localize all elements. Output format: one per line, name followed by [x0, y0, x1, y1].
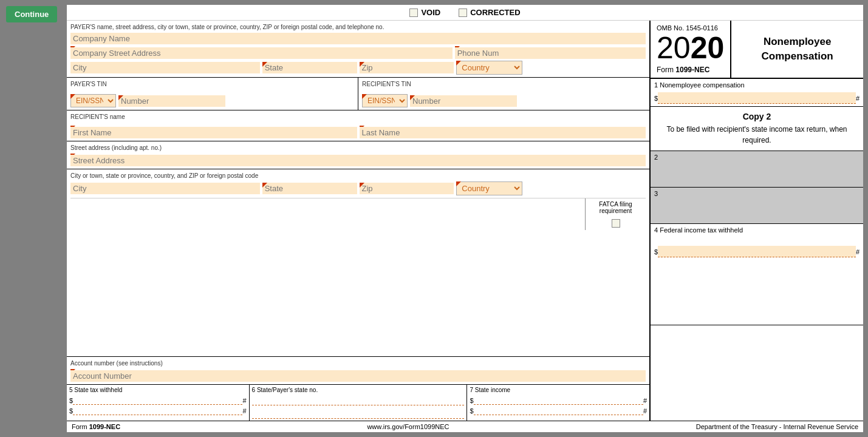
nonemployee-title: NonemployeeCompensation: [731, 21, 863, 78]
payer-section: PAYER'S name, street address, city or to…: [67, 21, 649, 78]
fatca-label: FATCA filing requirement: [589, 201, 642, 214]
footer-form-num-bold: 1099-NEC: [89, 423, 120, 430]
year-bold: 20: [691, 31, 725, 65]
footer-form-label: Form: [72, 423, 87, 430]
form-label: Form: [657, 66, 674, 74]
form-footer: Form 1099-NEC www.irs.gov/Form1099NEC De…: [67, 421, 863, 432]
copy2-description: To be filed with recipient's state incom…: [660, 124, 853, 146]
recipient-number-flag: [410, 95, 415, 100]
box7-label: 7 State income: [470, 387, 647, 393]
form-header: OMB No. 1545-0116 2020 Form 1099-NEC Non…: [651, 21, 863, 79]
recipient-ein-flag: [362, 94, 367, 99]
account-label: Account number (see instructions): [70, 359, 646, 367]
box4-number: 4: [654, 226, 658, 234]
payer-city-input[interactable]: [70, 62, 260, 73]
copy2-title: Copy 2: [660, 112, 853, 121]
corrected-checkbox[interactable]: [459, 8, 467, 17]
box1-section: 1 Nonemployee compensation $ #: [651, 79, 863, 107]
payer-zip-flag: [360, 62, 364, 67]
copy2-section: Copy 2 To be filed with recipient's stat…: [651, 107, 863, 151]
box2-section: 2: [651, 151, 863, 188]
payer-ein-select[interactable]: EIN/SSN EIN SSN: [70, 94, 116, 107]
account-number-input[interactable]: [70, 370, 646, 382]
box1-amount-input[interactable]: [658, 92, 856, 104]
box5-hash2: #: [242, 407, 246, 415]
box4-label: 4 Federal income tax withheld: [654, 226, 859, 234]
box5-label: 5 State tax withheld: [69, 387, 247, 393]
box7-hash: #: [643, 397, 647, 404]
first-name-input[interactable]: [70, 127, 357, 138]
box4-amount-input[interactable]: [658, 246, 856, 257]
year-display: 2020: [657, 33, 724, 63]
payer-state-flag: [262, 62, 267, 67]
corrected-label: CORRECTED: [470, 8, 520, 17]
footer-form-number: Form 1099-NEC: [72, 423, 120, 430]
recipient-state-input[interactable]: [262, 183, 357, 194]
continue-button[interactable]: Continue: [6, 6, 57, 22]
recipient-state-flag: [262, 183, 267, 188]
box7-amount-input[interactable]: [474, 396, 643, 405]
box6-label: 6 State/Payer's state no.: [252, 387, 465, 393]
last-name-input[interactable]: [360, 127, 646, 138]
omb-year-area: OMB No. 1545-0116 2020 Form 1099-NEC: [651, 21, 731, 78]
box5-section: 5 State tax withheld $ # $ #: [67, 385, 250, 421]
recipient-tin-section: RECIPIENT'S TIN EIN/SSN EIN SSN: [358, 78, 649, 110]
street-address-section: Street address (including apt. no.): [67, 141, 649, 169]
payer-tin-section: PAYER'S TIN EIN/SSN EIN SSN: [67, 78, 358, 110]
box1-text: Nonemployee compensation: [660, 81, 744, 89]
box4-text: Federal income tax withheld: [660, 226, 743, 234]
box2-number: 2: [654, 154, 859, 161]
phone-input[interactable]: [455, 47, 646, 59]
void-checkbox[interactable]: [409, 8, 418, 17]
payer-section-label: PAYER'S name, street address, city or to…: [70, 23, 646, 31]
recipient-number-input[interactable]: [410, 95, 517, 107]
payer-ein-flag: [70, 94, 75, 99]
void-label: VOID: [421, 8, 440, 17]
payer-zip-input[interactable]: [360, 62, 454, 73]
payer-number-input[interactable]: [118, 95, 225, 107]
top-bar: VOID CORRECTED: [67, 5, 863, 21]
payer-number-flag: [118, 95, 123, 100]
fatca-section: FATCA filing requirement: [585, 198, 646, 230]
company-name-input[interactable]: [70, 33, 646, 44]
box1-hash: #: [856, 95, 859, 102]
box7-section: 7 State income $ # $ #: [467, 385, 649, 421]
recipient-name-section: RECIPIENT'S name: [67, 110, 649, 141]
footer-website: www.irs.gov/Form1099NEC: [367, 423, 449, 430]
company-street-input[interactable]: [70, 47, 453, 59]
recipient-country-select[interactable]: Country United States Canada Mexico Othe…: [456, 181, 522, 195]
box7-hash2: #: [643, 407, 647, 415]
account-section: Account number (see instructions): [67, 357, 649, 385]
recipient-name-label: RECIPIENT'S name: [70, 113, 646, 121]
payer-country-flag: [456, 61, 461, 66]
box7-amount2-input[interactable]: [474, 406, 643, 415]
form-number-bold: 1099-NEC: [675, 66, 709, 74]
recipient-city-label: City or town, state or province, country…: [70, 172, 646, 180]
street-address-label: Street address (including apt. no.): [70, 144, 646, 152]
box3-number: 3: [654, 190, 859, 197]
tin-section: PAYER'S TIN EIN/SSN EIN SSN: [67, 78, 649, 110]
street-address-input[interactable]: [70, 155, 646, 166]
payer-country-select[interactable]: Country United States Canada Mexico Othe…: [456, 61, 522, 75]
footer-department: Department of the Treasury - Internal Re…: [696, 423, 858, 430]
box1-number: 1: [654, 81, 658, 89]
box5-hash: #: [242, 397, 246, 404]
right-spacer: [651, 325, 863, 421]
fatca-checkbox[interactable]: [612, 219, 620, 228]
box6-section: 6 State/Payer's state no.: [250, 385, 468, 421]
fatca-empty-area: [70, 198, 585, 230]
recipient-zip-flag: [360, 183, 364, 188]
recipient-ein-select[interactable]: EIN/SSN EIN SSN: [362, 94, 408, 107]
box5-amount-input[interactable]: [73, 396, 242, 405]
recipient-zip-input[interactable]: [360, 183, 454, 194]
form-number-display: Form 1099-NEC: [657, 66, 724, 74]
payer-tin-label: PAYER'S TIN: [70, 80, 354, 88]
state-tax-section: 5 State tax withheld $ # $ #: [67, 385, 649, 421]
recipient-city-input[interactable]: [70, 183, 260, 194]
recipient-city-section: City or town, state or province, country…: [67, 169, 649, 357]
box5-amount2-input[interactable]: [73, 406, 242, 415]
corrected-checkbox-item[interactable]: CORRECTED: [459, 8, 520, 17]
void-checkbox-item[interactable]: VOID: [409, 8, 440, 17]
box4-hash: #: [856, 248, 859, 256]
payer-state-input[interactable]: [262, 62, 357, 73]
